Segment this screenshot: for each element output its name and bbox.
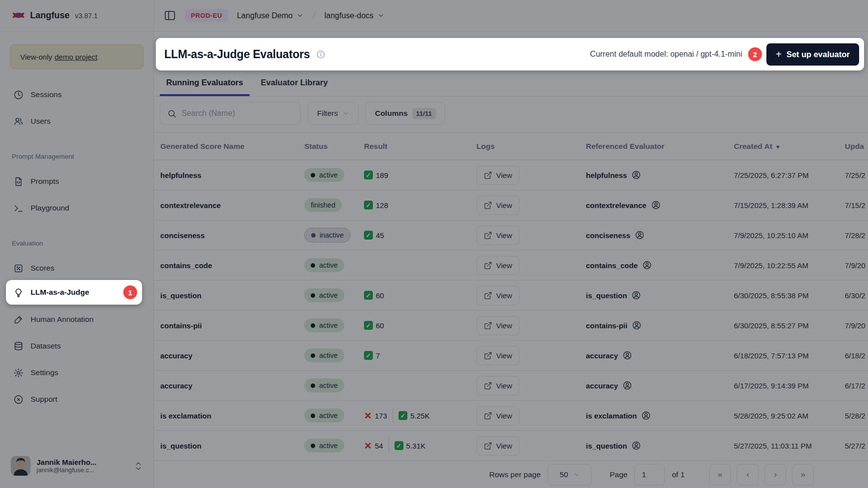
tour-step-1-badge: 1 — [123, 285, 137, 299]
plus-icon: + — [776, 49, 782, 60]
setup-evaluator-button[interactable]: + Set up evaluator — [766, 43, 859, 66]
langfuse-app: Langfuse v3.87.1 PROD-EU Langfuse Demo /… — [0, 0, 868, 488]
page-header-spotlight: LLM-as-a-Judge Evaluators Current defaul… — [156, 38, 864, 70]
default-model-note: Current default model: openai / gpt-4.1-… — [590, 50, 742, 59]
tour-step-2-badge: 2 — [748, 47, 762, 61]
page-title: LLM-as-a-Judge Evaluators — [164, 48, 310, 61]
info-icon — [316, 50, 326, 59]
tour-dim-overlay — [0, 0, 868, 488]
lightbulb-icon — [13, 287, 24, 298]
sidebar-item-llm-as-a-judge[interactable]: LLM-as-a-Judge 1 — [6, 280, 142, 305]
